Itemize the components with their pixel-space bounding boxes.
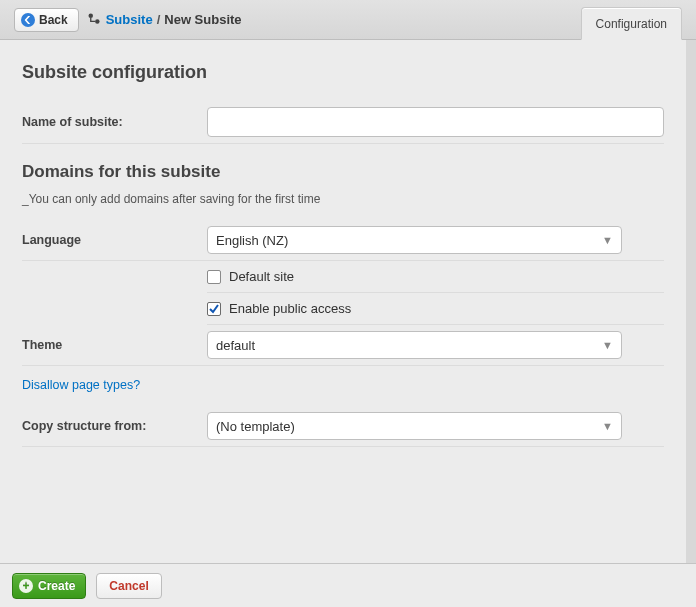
back-button-label: Back — [39, 13, 68, 27]
disallow-page-types-link[interactable]: Disallow page types? — [22, 378, 664, 392]
field-name: Name of subsite: — [22, 101, 664, 144]
name-label: Name of subsite: — [22, 115, 207, 129]
chevron-down-icon: ▼ — [602, 420, 613, 432]
svg-point-1 — [95, 19, 100, 24]
theme-label: Theme — [22, 338, 207, 352]
default-site-checkbox[interactable] — [207, 270, 221, 284]
public-access-checkbox[interactable] — [207, 302, 221, 316]
breadcrumb: Subsite / New Subsite — [106, 12, 242, 27]
field-copy-structure: Copy structure from: (No template) ▼ — [22, 406, 664, 447]
breadcrumb-root-link[interactable]: Subsite — [106, 12, 153, 27]
right-gutter — [686, 40, 696, 563]
language-select[interactable]: English (NZ) ▼ — [207, 226, 622, 254]
copy-structure-select-value: (No template) — [216, 419, 295, 434]
chevron-down-icon: ▼ — [602, 234, 613, 246]
breadcrumb-current: New Subsite — [164, 12, 241, 27]
language-label: Language — [22, 233, 207, 247]
svg-point-0 — [88, 14, 93, 19]
field-public-access: Enable public access — [207, 293, 664, 325]
copy-structure-select[interactable]: (No template) ▼ — [207, 412, 622, 440]
default-site-label: Default site — [229, 269, 294, 284]
tabs: Configuration — [581, 7, 682, 40]
toolbar: Back Subsite / New Subsite Configuration — [0, 0, 696, 40]
back-arrow-icon — [21, 13, 35, 27]
content-panel: Subsite configuration Name of subsite: D… — [0, 40, 686, 563]
field-language: Language English (NZ) ▼ — [22, 220, 664, 261]
back-button[interactable]: Back — [14, 8, 79, 32]
theme-select[interactable]: default ▼ — [207, 331, 622, 359]
action-bar: + Create Cancel — [0, 563, 696, 607]
create-button-label: Create — [38, 579, 75, 593]
cancel-button[interactable]: Cancel — [96, 573, 161, 599]
field-default-site: Default site — [207, 261, 664, 293]
tab-configuration-label: Configuration — [596, 17, 667, 31]
public-access-label: Enable public access — [229, 301, 351, 316]
subsite-tree-icon — [87, 12, 102, 27]
copy-structure-label: Copy structure from: — [22, 419, 207, 433]
cancel-button-label: Cancel — [109, 579, 148, 593]
page-heading: Subsite configuration — [22, 62, 664, 83]
language-select-value: English (NZ) — [216, 233, 288, 248]
breadcrumb-separator: / — [157, 12, 161, 27]
plus-circle-icon: + — [19, 579, 33, 593]
domains-help-text: _You can only add domains after saving f… — [22, 192, 664, 206]
tab-configuration[interactable]: Configuration — [581, 7, 682, 40]
chevron-down-icon: ▼ — [602, 339, 613, 351]
create-button[interactable]: + Create — [12, 573, 86, 599]
field-theme: Theme default ▼ — [22, 325, 664, 366]
domains-heading: Domains for this subsite — [22, 162, 664, 182]
theme-select-value: default — [216, 338, 255, 353]
name-input[interactable] — [207, 107, 664, 137]
